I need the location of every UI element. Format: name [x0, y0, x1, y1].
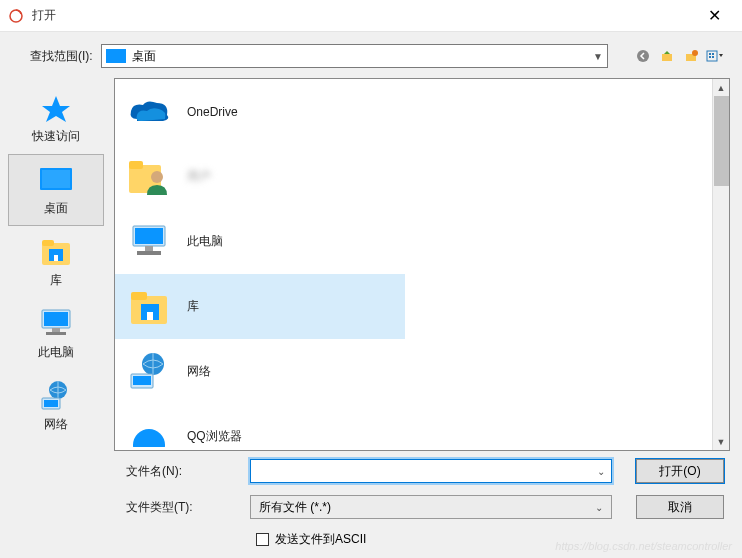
up-icon[interactable]	[658, 47, 676, 65]
svg-rect-22	[44, 400, 58, 407]
place-this-pc[interactable]: 此电脑	[8, 298, 104, 370]
place-label: 网络	[44, 416, 68, 433]
svg-rect-7	[712, 53, 714, 55]
item-label: 网络	[187, 363, 211, 380]
look-in-value: 桌面	[132, 48, 587, 65]
libraries-icon	[127, 285, 171, 329]
list-item[interactable]: 网络	[115, 339, 405, 404]
chevron-down-icon: ▼	[593, 51, 603, 62]
item-label: QQ浏览器	[187, 428, 242, 445]
onedrive-icon	[127, 90, 171, 134]
middle-pane: 快速访问 桌面 库 此电脑 网络	[0, 78, 742, 451]
filetype-value: 所有文件 (*.*)	[259, 499, 331, 516]
cancel-button[interactable]: 取消	[636, 495, 724, 519]
list-item[interactable]: 用户	[115, 144, 405, 209]
svg-rect-18	[52, 328, 60, 332]
back-icon[interactable]	[634, 47, 652, 65]
place-libraries[interactable]: 库	[8, 226, 104, 298]
nav-toolbar	[634, 47, 724, 65]
file-list-area: OneDrive 用户 此电脑 库	[114, 78, 730, 451]
chevron-down-icon[interactable]: ⌄	[597, 466, 605, 477]
scroll-thumb[interactable]	[714, 96, 729, 186]
filetype-row: 文件类型(T): 所有文件 (*.*) ⌄ 取消	[126, 495, 724, 519]
ascii-checkbox[interactable]	[256, 533, 269, 546]
place-label: 此电脑	[38, 344, 74, 361]
filetype-label: 文件类型(T):	[126, 499, 238, 516]
scroll-down-icon[interactable]: ▼	[713, 433, 729, 450]
svg-point-4	[692, 50, 698, 56]
svg-rect-6	[709, 53, 711, 55]
item-label: OneDrive	[187, 105, 238, 119]
open-button[interactable]: 打开(O)	[636, 459, 724, 483]
ascii-checkbox-row: 发送文件到ASCII	[256, 531, 724, 548]
svg-rect-19	[46, 332, 66, 335]
quick-access-icon	[38, 92, 74, 124]
desktop-icon	[106, 49, 126, 63]
list-item[interactable]: 此电脑	[115, 209, 405, 274]
svg-rect-9	[712, 56, 714, 58]
place-label: 库	[50, 272, 62, 289]
svg-point-1	[637, 50, 649, 62]
look-in-combo[interactable]: 桌面 ▼	[101, 44, 608, 68]
new-folder-icon[interactable]	[682, 47, 700, 65]
item-label: 库	[187, 298, 199, 315]
place-label: 快速访问	[32, 128, 80, 145]
svg-rect-17	[44, 312, 68, 326]
qq-browser-icon	[127, 415, 171, 451]
svg-rect-27	[135, 228, 163, 244]
title-bar: 打开 ✕	[0, 0, 742, 32]
filename-row: 文件名(N): ⌄ 打开(O)	[126, 459, 724, 483]
place-network[interactable]: 网络	[8, 370, 104, 442]
svg-rect-2	[662, 54, 672, 61]
window-title: 打开	[32, 7, 694, 24]
list-item[interactable]: 库	[115, 274, 405, 339]
dialog-body: 查找范围(I): 桌面 ▼ 快速访问 桌面 库	[0, 32, 742, 558]
file-list: OneDrive 用户 此电脑 库	[115, 79, 729, 450]
network-icon	[127, 350, 171, 394]
svg-rect-31	[131, 292, 147, 300]
scroll-up-icon[interactable]: ▲	[713, 79, 729, 96]
app-icon	[8, 8, 24, 24]
svg-point-25	[151, 171, 163, 183]
place-label: 桌面	[44, 200, 68, 217]
svg-rect-24	[129, 161, 143, 169]
list-item[interactable]: QQ浏览器	[115, 404, 405, 450]
place-quick-access[interactable]: 快速访问	[8, 82, 104, 154]
place-desktop[interactable]: 桌面	[8, 154, 104, 226]
look-in-row: 查找范围(I): 桌面 ▼	[0, 32, 742, 78]
network-icon	[38, 380, 74, 412]
ascii-checkbox-label: 发送文件到ASCII	[275, 531, 366, 548]
filename-input[interactable]: ⌄	[250, 459, 612, 483]
filetype-select[interactable]: 所有文件 (*.*) ⌄	[250, 495, 612, 519]
libraries-icon	[38, 236, 74, 268]
svg-rect-13	[42, 240, 54, 246]
svg-rect-36	[133, 376, 151, 385]
svg-rect-15	[54, 255, 58, 261]
scrollbar[interactable]: ▲ ▼	[712, 79, 729, 450]
look-in-label: 查找范围(I):	[30, 48, 93, 65]
this-pc-icon	[38, 308, 74, 340]
user-folder-icon	[127, 155, 171, 199]
svg-rect-8	[709, 56, 711, 58]
desktop-icon	[38, 164, 74, 196]
item-label: 用户	[187, 168, 211, 185]
bottom-panel: 文件名(N): ⌄ 打开(O) 文件类型(T): 所有文件 (*.*) ⌄ 取消…	[0, 451, 742, 558]
svg-rect-29	[137, 251, 161, 255]
view-menu-icon[interactable]	[706, 47, 724, 65]
filename-label: 文件名(N):	[126, 463, 238, 480]
svg-rect-28	[145, 246, 153, 251]
this-pc-icon	[127, 220, 171, 264]
svg-point-37	[133, 429, 165, 447]
close-button[interactable]: ✕	[694, 1, 734, 31]
svg-rect-33	[147, 312, 153, 320]
list-item[interactable]: OneDrive	[115, 79, 405, 144]
places-bar: 快速访问 桌面 库 此电脑 网络	[0, 78, 112, 451]
chevron-down-icon[interactable]: ⌄	[595, 502, 603, 513]
item-label: 此电脑	[187, 233, 223, 250]
svg-rect-11	[42, 170, 70, 188]
